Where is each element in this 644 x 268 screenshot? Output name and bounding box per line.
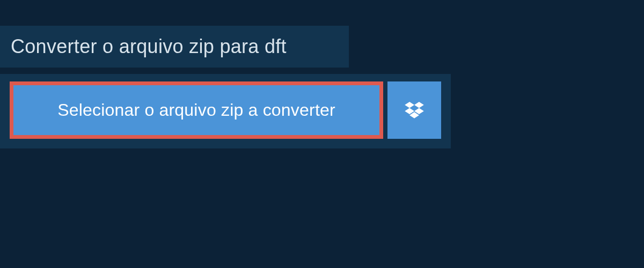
button-section: Selecionar o arquivo zip a converter <box>0 74 451 148</box>
title-bar: Converter o arquivo zip para dft <box>0 26 349 68</box>
select-file-button[interactable]: Selecionar o arquivo zip a converter <box>10 81 383 139</box>
dropbox-icon <box>405 102 424 119</box>
dropbox-button[interactable] <box>387 81 441 139</box>
page-title: Converter o arquivo zip para dft <box>11 35 287 57</box>
converter-panel: Converter o arquivo zip para dft Selecio… <box>0 0 644 148</box>
